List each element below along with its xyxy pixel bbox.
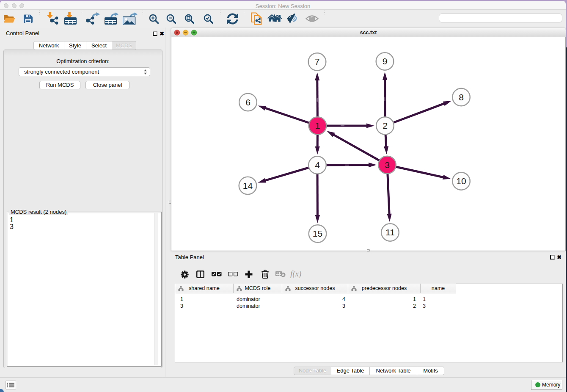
svg-text:14: 14 — [243, 181, 253, 190]
svg-text:7: 7 — [315, 57, 320, 66]
svg-text:3: 3 — [385, 160, 390, 170]
svg-text:10: 10 — [456, 176, 466, 186]
svg-text:1: 1 — [315, 121, 320, 130]
svg-text:2: 2 — [383, 121, 388, 130]
svg-text:11: 11 — [385, 227, 395, 237]
svg-text:4: 4 — [315, 160, 320, 170]
svg-text:6: 6 — [245, 97, 250, 107]
svg-text:9: 9 — [383, 56, 388, 66]
svg-text:8: 8 — [459, 92, 464, 102]
svg-text:15: 15 — [313, 229, 322, 238]
